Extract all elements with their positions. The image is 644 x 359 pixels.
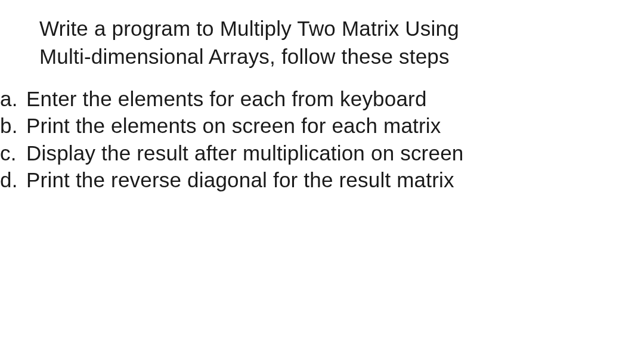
question-intro: Write a program to Multiply Two Matrix U… — [0, 14, 644, 71]
item-text: Print the elements on screen for each ma… — [26, 112, 644, 140]
intro-line-1: Write a program to Multiply Two Matrix U… — [39, 14, 644, 42]
item-marker: b. — [0, 112, 26, 140]
list-item: d. Print the reverse diagonal for the re… — [0, 166, 644, 194]
item-text: Print the reverse diagonal for the resul… — [26, 166, 644, 194]
list-item: c. Display the result after multiplicati… — [0, 140, 644, 167]
steps-list: a. Enter the elements for each from keyb… — [0, 85, 644, 194]
item-marker: d. — [0, 166, 26, 194]
intro-line-2: Multi-dimensional Arrays, follow these s… — [39, 42, 644, 70]
item-text: Enter the elements for each from keyboar… — [26, 85, 644, 113]
item-marker: c. — [0, 140, 26, 167]
item-text: Display the result after multiplication … — [26, 140, 644, 167]
list-item: b. Print the elements on screen for each… — [0, 112, 644, 140]
item-marker: a. — [0, 85, 26, 113]
list-item: a. Enter the elements for each from keyb… — [0, 85, 644, 113]
